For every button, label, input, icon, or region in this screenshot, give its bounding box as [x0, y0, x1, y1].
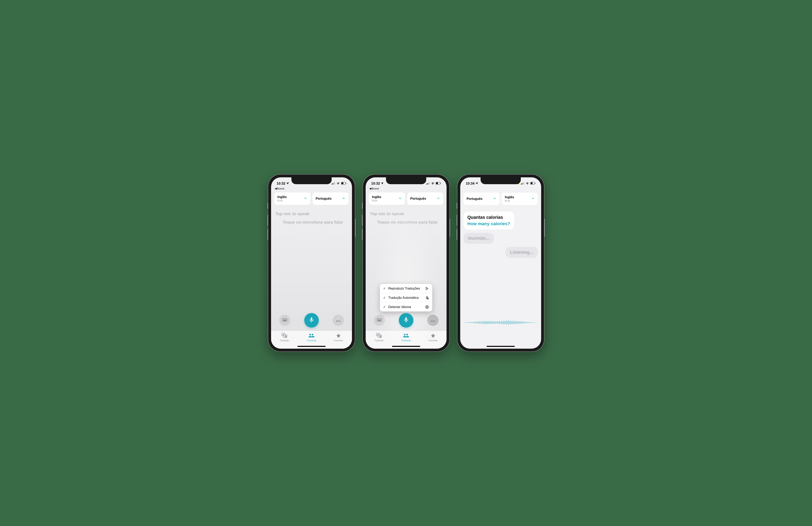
- translation-icon: A文: [281, 333, 287, 339]
- back-chevron-icon: ◀: [275, 187, 277, 190]
- svg-point-14: [338, 321, 339, 322]
- microphone-button[interactable]: [399, 313, 414, 328]
- globe-icon: [425, 305, 429, 309]
- menu-play-translations[interactable]: ✓ Reproduzir Traduções: [380, 284, 432, 293]
- svg-point-49: [404, 334, 406, 335]
- source-language-name: Português: [467, 197, 482, 201]
- tab-conversation[interactable]: Conversa: [307, 333, 316, 342]
- listening-bubble-left: Ouvindo...: [463, 233, 494, 244]
- svg-rect-1: [332, 183, 333, 184]
- phone-screenshot-2: 10:32 ◀ Busca: [363, 175, 449, 351]
- translation-icon: A文: [376, 333, 382, 339]
- svg-point-44: [434, 321, 435, 322]
- wifi-icon: [431, 182, 434, 185]
- svg-rect-11: [284, 320, 286, 321]
- menu-detect-language[interactable]: ✓ Detectar Idioma: [380, 302, 432, 312]
- svg-marker-29: [426, 287, 428, 290]
- chevron-down-icon: [398, 196, 402, 201]
- checkmark-icon: ✓: [383, 305, 386, 309]
- more-icon: [336, 318, 340, 323]
- notch: [291, 177, 332, 184]
- cellular-icon: [332, 182, 335, 185]
- tab-label: Favoritas: [429, 339, 437, 342]
- svg-point-8: [283, 319, 284, 320]
- more-options-button[interactable]: [427, 315, 438, 326]
- svg-point-50: [406, 334, 408, 335]
- svg-rect-7: [282, 318, 287, 321]
- svg-text:A: A: [283, 334, 284, 335]
- menu-label: Tradução Automática: [388, 296, 423, 300]
- svg-rect-3: [334, 182, 335, 184]
- home-indicator[interactable]: [392, 346, 420, 347]
- target-language-selector[interactable]: Português: [407, 192, 443, 205]
- keyboard-button[interactable]: [374, 315, 385, 326]
- source-language-selector[interactable]: Português: [463, 193, 500, 205]
- svg-rect-28: [440, 183, 441, 184]
- options-menu: ✓ Reproduzir Traduções ✓ Tradução Automá…: [380, 284, 432, 312]
- tab-label: Favoritas: [334, 339, 343, 342]
- chevron-down-icon: [304, 196, 307, 201]
- svg-point-21: [312, 334, 313, 335]
- keyboard-icon: [377, 318, 382, 323]
- notch: [386, 177, 426, 184]
- svg-rect-24: [428, 183, 429, 184]
- svg-point-42: [431, 321, 432, 322]
- microphone-button[interactable]: [304, 313, 319, 328]
- target-language-region: EUA: [505, 199, 514, 202]
- back-to-search[interactable]: ◀ Busca: [271, 187, 352, 190]
- source-language-region: EUA: [372, 199, 381, 202]
- source-language-selector[interactable]: Inglês EUA: [369, 192, 405, 205]
- svg-rect-2: [333, 183, 334, 184]
- svg-rect-0: [332, 184, 332, 184]
- menu-label: Reproduzir Traduções: [388, 287, 423, 290]
- listening-label: Ouvindo...: [468, 236, 490, 241]
- home-indicator[interactable]: [298, 346, 325, 347]
- back-label: Busca: [372, 187, 379, 190]
- prompt-portuguese: Toque no microfone para falar: [275, 220, 348, 225]
- translation-bubble[interactable]: Quantas calorias How many calories?: [463, 212, 514, 230]
- more-icon: [431, 318, 435, 323]
- tab-bar: A文 Tradução Conversa Favoritas: [271, 331, 352, 349]
- svg-rect-51: [521, 184, 521, 184]
- mic-auto-icon: [425, 296, 429, 300]
- tab-translation[interactable]: A文 Tradução: [280, 333, 289, 342]
- keyboard-icon: [282, 318, 287, 323]
- svg-rect-57: [535, 183, 535, 184]
- microphone-icon: [308, 317, 315, 324]
- tab-favorites[interactable]: Favoritas: [334, 333, 343, 342]
- tab-label: Tradução: [280, 339, 289, 342]
- source-text: Quantas calorias: [467, 215, 510, 220]
- home-indicator[interactable]: [487, 346, 515, 347]
- cellular-icon: [521, 182, 524, 185]
- location-icon: [475, 182, 478, 185]
- tab-favorites[interactable]: Favoritas: [429, 333, 437, 342]
- svg-text:文: 文: [285, 335, 287, 337]
- svg-rect-56: [531, 182, 532, 184]
- source-language-selector[interactable]: Inglês EUA: [274, 192, 310, 205]
- tab-bar: A文 Tradução Conversa Favoritas: [366, 331, 447, 349]
- tab-conversation[interactable]: Conversa: [401, 333, 411, 342]
- source-language-name: Inglês: [372, 195, 381, 199]
- chevron-down-icon: [342, 196, 346, 201]
- translated-text: How many calories?: [467, 221, 510, 226]
- tab-label: Conversa: [401, 339, 411, 342]
- back-to-search[interactable]: ◀ Busca: [366, 187, 447, 190]
- checkmark-icon: ✓: [383, 296, 386, 300]
- svg-rect-6: [346, 183, 346, 184]
- location-icon: [286, 182, 289, 185]
- svg-text:A: A: [377, 334, 378, 335]
- target-language-selector[interactable]: Português: [313, 192, 349, 205]
- chevron-down-icon: [493, 197, 496, 201]
- tab-label: Conversa: [307, 339, 316, 342]
- svg-rect-40: [378, 320, 380, 321]
- tab-translation[interactable]: A文 Tradução: [374, 333, 383, 342]
- source-language-region: EUA: [277, 199, 287, 202]
- svg-point-9: [285, 319, 285, 320]
- chevron-down-icon: [531, 197, 535, 201]
- target-language-selector[interactable]: Inglês EUA: [502, 193, 538, 205]
- more-options-button[interactable]: [333, 315, 344, 326]
- menu-auto-translate[interactable]: ✓ Tradução Automática: [380, 293, 432, 302]
- keyboard-button[interactable]: [279, 315, 290, 326]
- play-icon: [425, 287, 429, 290]
- location-icon: [381, 182, 383, 185]
